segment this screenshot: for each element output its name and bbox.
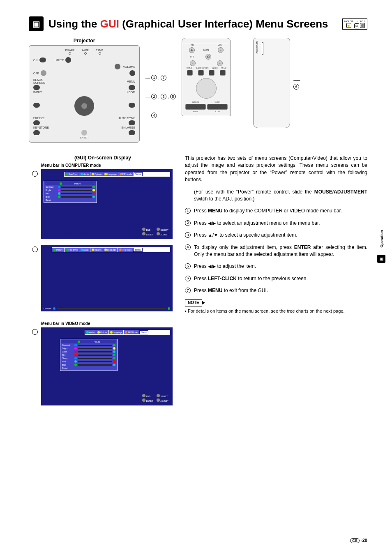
r-lbl-bs: BLACK SCREEN: [196, 67, 208, 69]
rbtn-input[interactable]: [185, 104, 206, 110]
osd1-menubar: Fine Sync Audio Options Language PRJ Mod…: [64, 172, 170, 177]
osd-screen-4: 4 Picture Fine Sync Audio Options Langua…: [41, 245, 173, 306]
lbl-on: ON: [33, 59, 38, 62]
page-title: Using the GUI (Graphical User Interface)…: [48, 18, 328, 30]
body-column: This projector has two sets of menu scre…: [185, 155, 367, 405]
rbtn-bs[interactable]: [198, 70, 204, 76]
osd1-num: 1: [32, 171, 38, 177]
step-7: 7Press MENU to exit from the GUI.: [185, 287, 367, 294]
osd-title: (GUI) On-screen Display: [29, 155, 177, 161]
side-tab-icon: ▣: [377, 255, 385, 263]
r-lbl-enter: ENTER: [214, 101, 220, 103]
step-4: 4To display only the adjustment item, pr…: [185, 244, 367, 258]
rbtn-tools[interactable]: [187, 70, 193, 76]
btn-input[interactable]: [33, 103, 40, 108]
side-tab-operation: Operation: [380, 230, 384, 248]
osdv-num: 1: [32, 329, 38, 335]
btn-enter[interactable]: [81, 130, 87, 136]
osd1-hints: END SELECT ENTER ADJUST: [142, 228, 168, 236]
section-icon: ▣: [29, 16, 44, 31]
lbl-off: OFF: [33, 72, 39, 75]
osdv-picture-panel: ←Picture→ Contrast Bright Color Tint Sha…: [60, 339, 118, 371]
lbl-autosync: AUTO SYNC: [118, 117, 135, 120]
r-lbl-menu: MENU: [221, 67, 226, 69]
sub-intro: (For use with the “Power” remote control…: [185, 189, 367, 203]
callout-5: 5: [170, 94, 176, 99]
ind-power: POWER: [65, 49, 75, 51]
lbl-enlarge: ENLARGE: [122, 126, 135, 129]
btn-freeze[interactable]: [33, 120, 40, 125]
osd4-num: 4: [32, 246, 38, 252]
r-lbl-ircom: IrCOM: [215, 111, 220, 113]
intro-paragraph: This projector has two sets of menu scre…: [185, 155, 367, 184]
rbtn-on[interactable]: ⏻: [189, 47, 195, 53]
title-gui: GUI: [100, 18, 119, 30]
title-prefix: Using the: [48, 18, 100, 30]
rbtn-menu[interactable]: [220, 70, 226, 76]
lbl-keystone: KEYSTONE: [33, 126, 49, 129]
btn-blackscreen[interactable]: [33, 85, 40, 90]
rbtn-voldn[interactable]: −: [217, 60, 223, 66]
page-title-row: ▣ Using the GUI (Graphical User Interfac…: [29, 16, 367, 31]
r-lbl-mute: MUTE: [203, 49, 209, 51]
steps-list: 1Press MENU to display the COMPUTER or V…: [185, 207, 367, 294]
r-lbl-vol: VOL: [218, 44, 222, 46]
btn-vol-down[interactable]: [129, 70, 135, 76]
step-1: 1Press MENU to display the COMPUTER or V…: [185, 207, 367, 214]
btn-off[interactable]: [41, 70, 46, 76]
btn-vol-up[interactable]: [115, 64, 120, 69]
r-lbl-laser: LASER: [212, 67, 217, 69]
osdv-hints: END SELECT ENTER ADJUST: [142, 394, 168, 402]
footer-page: -20: [361, 538, 367, 543]
rbtn-dpad[interactable]: [196, 78, 217, 99]
btn-mute[interactable]: [65, 57, 71, 63]
osd4-menubar: Picture Fine Sync Audio Options Language…: [52, 247, 170, 252]
lbl-freeze: FREEZE: [33, 117, 45, 120]
btn-autosync[interactable]: [129, 120, 135, 125]
btn-enlarge[interactable]: [129, 130, 135, 135]
projector-label: Projector: [29, 38, 140, 44]
side-callout: — 6: [292, 38, 300, 128]
dpad[interactable]: [74, 96, 94, 116]
callout-4: 4: [151, 113, 157, 118]
badge-mouse: MOUSE: [344, 20, 353, 23]
step-2: 2Press ◀/▶ to select an adjustment menu …: [185, 220, 367, 227]
osd-sub-computer: Menu bar in COMPUTER mode: [41, 163, 177, 168]
ind-lamp: LAMP: [82, 49, 88, 51]
btn-menu[interactable]: [129, 85, 135, 90]
r-lbl-input: INPUT: [193, 111, 198, 113]
rbtn-volup[interactable]: +: [218, 47, 224, 53]
rbtn-ircom[interactable]: [207, 104, 228, 110]
title-suffix: (Graphical User Interface) Menu Screens: [119, 18, 328, 30]
btn-ircom[interactable]: [129, 103, 135, 108]
lbl-ircom: IrCOM: [127, 91, 135, 94]
projector-panel: POWER LAMP TEMP. ON MUTE VOLUME OFF BLAC…: [29, 45, 140, 143]
ind-temp: TEMP.: [96, 49, 104, 51]
callout-1: 1: [151, 75, 157, 81]
mouse-adj-badge: MOUSE☝ →⊡ ADJ.◧: [342, 18, 367, 30]
power-remote-figure: ONVOL ⏻MUTE+ OFF🔇 ○− TOOLSBLACK SCREENLA…: [182, 38, 231, 116]
badge-adj: ADJ.: [360, 20, 365, 23]
note-block: NOTE • For details on items on the menu …: [185, 299, 367, 314]
btn-keystone[interactable]: [33, 130, 40, 135]
rc-switch[interactable]: [262, 42, 263, 55]
r-lbl-on: ON: [191, 44, 194, 46]
projector-figure: Projector POWER LAMP TEMP. ON MUTE VOLUM…: [29, 38, 140, 143]
step-3: 3Press ▲/▼ to select a specific adjustme…: [185, 232, 367, 239]
lbl-blackscreen: BLACK SCREEN: [33, 78, 46, 84]
rbtn-laser[interactable]: [209, 70, 214, 76]
step-5: 5Press ◀/▶ to adjust the item.: [185, 263, 367, 270]
top-figures: Projector POWER LAMP TEMP. ON MUTE VOLUM…: [29, 38, 367, 143]
step-6: 6Press LEFT-CLICK to return to the previ…: [185, 275, 367, 282]
osd-column: (GUI) On-screen Display Menu bar in COMP…: [29, 155, 177, 405]
projector-callouts: — 1, 7 — 2, 3, 5 — 4: [145, 38, 176, 118]
callout-3: 3: [161, 94, 166, 99]
lbl-volume: VOLUME: [123, 65, 135, 68]
rbtn-off[interactable]: ○: [190, 60, 196, 66]
rbtn-mute[interactable]: 🔇: [205, 54, 211, 60]
page-footer: GB -20: [350, 538, 367, 543]
r-lbl-tools: TOOLS: [187, 67, 192, 69]
osd-screen-1: 1 Fine Sync Audio Options Language PRJ M…: [41, 169, 173, 239]
btn-on[interactable]: [39, 58, 46, 62]
side-remote-figure: OFF R/C ON: [253, 38, 290, 128]
